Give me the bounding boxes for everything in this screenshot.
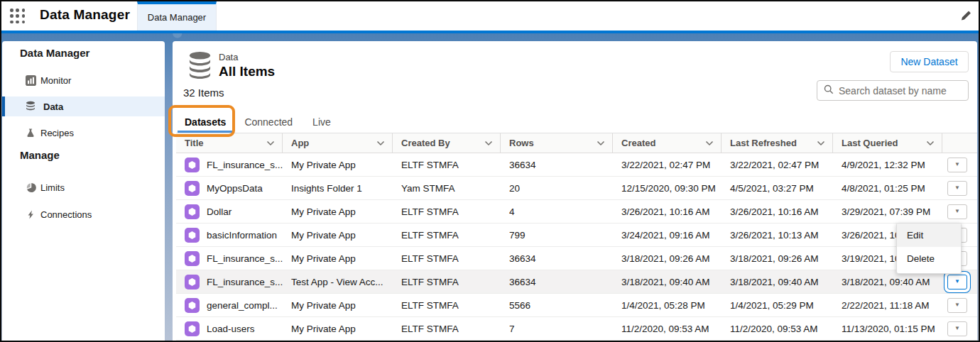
tab-connected[interactable]: Connected	[234, 111, 303, 133]
sidebar-item-data[interactable]: Data	[2, 96, 165, 116]
cell-rows: 36634	[501, 270, 613, 293]
chevron-down-icon	[926, 140, 935, 146]
cell-title: MyOppsData	[176, 177, 283, 199]
cell-created-by: ELTF STMFA	[393, 317, 501, 340]
table-row[interactable]: Load-users My Private App ELTF STMFA 7 1…	[176, 317, 977, 341]
cell-created: 11/2/2020, 09:53 AM	[613, 317, 722, 340]
cell-rows: 799	[501, 224, 613, 246]
cell-last-queried: 4/8/2021, 01:25 PM	[833, 177, 942, 199]
cell-actions: ▼	[942, 317, 972, 340]
cell-app: My Private App	[283, 247, 393, 270]
dataset-icon	[185, 321, 200, 336]
column-header-app[interactable]: App	[283, 133, 393, 153]
cell-last-refreshed: 3/18/2021, 09:26 AM	[722, 247, 833, 270]
global-header: Data Manager Data Manager	[1, 1, 979, 31]
search-input[interactable]	[839, 85, 959, 96]
column-header-title[interactable]: Title	[176, 133, 283, 153]
sidebar-item-limits[interactable]: Limits	[2, 177, 165, 197]
row-actions-dropdown-button[interactable]: ▼	[947, 204, 967, 219]
sidebar-item-connections[interactable]: Connections	[2, 204, 165, 224]
cell-last-queried: 2/22/2021, 11:18 AM	[833, 294, 942, 316]
cell-rows: 5566	[501, 294, 613, 316]
cell-rows: 36634	[501, 153, 613, 176]
cell-created-by: Yam STMFA	[393, 177, 501, 199]
flask-icon	[25, 127, 36, 138]
column-header-actions	[942, 133, 972, 153]
sidebar-item-label: Limits	[40, 182, 65, 193]
table-header-row: Title App Created By Rows Created Last R…	[176, 133, 977, 153]
dataset-icon	[185, 298, 200, 313]
table-row[interactable]: FL_insurance_s... My Private App ELTF ST…	[176, 153, 977, 177]
main-panel: Data All Items 32 Items New Dataset Data…	[173, 41, 977, 342]
table-row[interactable]: basicInformation My Private App ELTF STM…	[176, 224, 977, 247]
table-row[interactable]: MyOppsData Insights Folder 1 Yam STMFA 2…	[176, 177, 977, 200]
nav-tab-data-manager[interactable]: Data Manager	[137, 1, 217, 31]
dataset-icon	[185, 181, 200, 196]
item-count: 32 Items	[183, 87, 224, 99]
row-actions-dropdown-button[interactable]: ▼	[947, 158, 967, 172]
cell-last-refreshed: 4/5/2021, 03:27 PM	[722, 177, 833, 199]
table-row[interactable]: FL_insurance_s... My Private App ELTF ST…	[176, 247, 977, 270]
dataset-icon	[185, 251, 200, 266]
column-header-created[interactable]: Created	[613, 133, 722, 153]
search-icon	[824, 84, 834, 97]
stage-background: Data Manager Monitor Data Recipes Man	[1, 33, 979, 342]
cell-created-by: ELTF STMFA	[393, 200, 501, 223]
menu-item-edit[interactable]: Edit	[897, 224, 961, 247]
cell-last-refreshed: 3/26/2021, 10:13 AM	[722, 224, 833, 246]
new-dataset-button[interactable]: New Dataset	[890, 51, 969, 72]
cell-last-refreshed: 11/2/2020, 09:53 AM	[722, 317, 833, 340]
cell-rows: 4	[501, 200, 613, 223]
cell-actions: ▼	[942, 294, 972, 316]
app-title: Data Manager	[40, 7, 130, 23]
sidebar-item-recipes[interactable]: Recipes	[2, 123, 165, 143]
cell-title: basicInformation	[176, 224, 283, 246]
cell-actions: ▼	[942, 153, 972, 176]
chevron-down-icon	[266, 140, 275, 146]
data-entity-icon	[187, 51, 213, 82]
cell-created-by: ELTF STMFA	[393, 224, 501, 246]
cell-title: Dollar	[176, 200, 283, 223]
row-actions-dropdown-button[interactable]: ▼	[947, 298, 967, 313]
cell-last-refreshed: 3/18/2021, 09:40 AM	[722, 270, 833, 293]
tab-label: Datasets	[185, 116, 226, 128]
cell-app: My Private App	[283, 224, 393, 246]
tab-datasets[interactable]: Datasets	[176, 111, 234, 133]
tab-label: Connected	[244, 116, 293, 128]
row-context-menu: Edit Delete	[896, 223, 962, 274]
table-row[interactable]: Dollar My Private App ELTF STMFA 4 3/26/…	[176, 200, 977, 224]
cell-title: Load-users	[176, 317, 283, 340]
table-row[interactable]: FL_insurance_s... Test App - View Acc...…	[176, 270, 977, 294]
dataset-icon	[185, 158, 200, 172]
sidebar: Data Manager Monitor Data Recipes Man	[2, 41, 165, 342]
row-actions-dropdown-button[interactable]: ▼	[947, 321, 967, 336]
table-row[interactable]: general_compl... My Private App ELTF STM…	[176, 294, 977, 317]
column-header-last-queried[interactable]: Last Queried	[833, 133, 942, 153]
search-box[interactable]	[817, 80, 969, 101]
cell-title: FL_insurance_s...	[176, 153, 283, 176]
cell-created: 1/4/2021, 05:28 PM	[613, 294, 722, 316]
dataset-icon	[185, 204, 200, 219]
column-header-last-refreshed[interactable]: Last Refreshed	[722, 133, 833, 153]
sidebar-manage-heading: Manage	[20, 149, 60, 161]
cell-app: Test App - View Acc...	[283, 270, 393, 293]
edit-pencil-icon[interactable]	[959, 9, 972, 22]
nav-tab-label: Data Manager	[148, 12, 206, 23]
app-launcher-icon[interactable]	[10, 9, 26, 24]
row-actions-dropdown-button[interactable]: ▼	[947, 181, 967, 196]
cell-created: 3/26/2021, 10:16 AM	[613, 200, 722, 223]
row-actions-dropdown-button[interactable]: ▼	[947, 275, 967, 289]
sidebar-item-monitor[interactable]: Monitor	[2, 70, 165, 90]
menu-item-delete[interactable]: Delete	[897, 247, 961, 270]
chevron-down-icon	[484, 140, 493, 146]
sidebar-item-label: Connections	[40, 209, 92, 220]
column-header-created-by[interactable]: Created By	[393, 133, 501, 153]
page-title: All Items	[219, 64, 275, 79]
cell-app: My Private App	[283, 200, 393, 223]
column-header-rows[interactable]: Rows	[501, 133, 613, 153]
cell-created: 12/15/2020, 09:30 PM	[613, 177, 722, 199]
tab-label: Live	[312, 116, 331, 128]
cell-last-queried: 4/9/2021, 12:32 PM	[833, 153, 942, 176]
cell-rows: 20	[501, 177, 613, 199]
tab-live[interactable]: Live	[303, 111, 341, 133]
